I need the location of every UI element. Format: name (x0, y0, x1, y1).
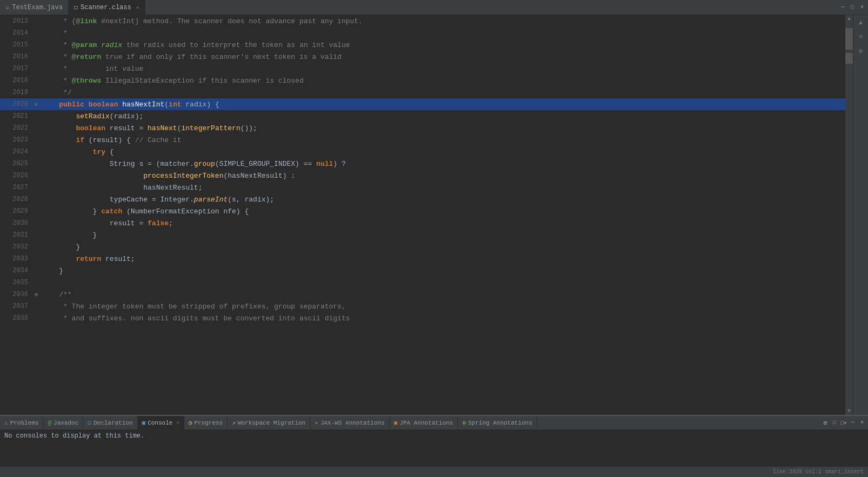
tab-javadoc[interactable]: @ Javadoc (43, 416, 83, 429)
pin-console-button[interactable]: □ (831, 419, 838, 427)
tab-scanner-close[interactable]: ✕ (136, 4, 139, 11)
tab-console[interactable]: ▣ Console ✕ (138, 416, 184, 429)
table-row: 2021 setRadix(radix); (0, 110, 845, 122)
code-token: * The integer token must be stripped of … (42, 303, 346, 311)
code-line: if (result) { // Cache it (40, 134, 845, 146)
sidebar-overview-icon[interactable]: ▲ (856, 17, 866, 28)
sidebar-grid-icon[interactable]: ⊞ (856, 45, 866, 56)
line-marker (32, 253, 40, 265)
sidebar-outline-icon[interactable]: ≡ (856, 31, 866, 42)
tab-scanner[interactable]: ◻ Scanner.class ✕ (69, 0, 145, 15)
table-row: 2019 */ (0, 86, 845, 98)
code-token: ; (169, 219, 173, 227)
code-line: public boolean hasNextInt(int radix) { (40, 98, 845, 110)
line-marker (32, 134, 40, 146)
scroll-track[interactable] (845, 23, 853, 407)
line-marker (32, 39, 40, 51)
code-token (84, 100, 89, 109)
code-token: #nextInt} method. The scanner does not a… (97, 17, 362, 25)
scroll-up-button[interactable]: ▲ (845, 15, 853, 23)
code-token: * (42, 77, 72, 85)
tab-problems[interactable]: ⚠ Problems (0, 416, 43, 429)
scroll-thumb[interactable] (845, 28, 853, 50)
tab-spring[interactable]: ⚙ Spring Annotations (458, 416, 537, 429)
table-row: 2033 return result; (0, 253, 845, 265)
tab-console-label: Console (148, 420, 172, 426)
table-row: 2024 try { (0, 146, 845, 158)
bottom-panel: ⚠ Problems @ Javadoc ◻ Declaration ▣ Con… (0, 415, 868, 477)
console-message: No consoles to display at this time. (4, 432, 144, 440)
tab-testexam[interactable]: ☕ TestExam.java (0, 0, 69, 15)
code-token: (NumberFormatException nfe) { (122, 207, 249, 216)
code-token: } (42, 231, 97, 239)
line-number: 2032 (0, 241, 32, 253)
code-token: try (93, 148, 105, 156)
window-controls: ─ □ × (839, 4, 868, 11)
code-token: * and suffixes. non ascii digits must be… (42, 314, 350, 323)
code-line: typeCache = Integer.parseInt(s, radix); (40, 193, 845, 205)
line-marker (32, 86, 40, 98)
line-number: 2038 (0, 312, 32, 324)
vertical-scrollbar[interactable]: ▲ ▼ (845, 15, 853, 415)
code-token: */ (42, 89, 72, 97)
table-row: 2028 typeCache = Integer.parseInt(s, rad… (0, 193, 845, 205)
code-token: radix (97, 41, 122, 49)
line-number: 2015 (0, 39, 32, 51)
line-number: 2019 (0, 86, 32, 98)
line-number: 2016 (0, 51, 32, 63)
tab-progress[interactable]: ◷ Progress (184, 416, 228, 429)
line-number: 2021 (0, 110, 32, 122)
line-number: 2035 (0, 277, 32, 288)
tab-testexam-label: TestExam.java (12, 4, 63, 11)
code-token: int (169, 100, 181, 109)
code-token: boolean (89, 100, 118, 109)
table-row: 2027 hasNextResult; (0, 182, 845, 193)
progress-icon: ◷ (189, 419, 192, 426)
tab-jax[interactable]: ✦ JAX-WS Annotations (310, 416, 389, 429)
code-line: result = false; (40, 217, 845, 229)
scroll-down-button[interactable]: ▼ (845, 407, 853, 415)
view-menu-button[interactable]: □▾ (840, 419, 847, 427)
line-number: 2031 (0, 229, 32, 241)
close-panel-button[interactable]: × (858, 419, 866, 427)
code-token: ( (164, 100, 169, 109)
code-token: * int value (42, 65, 143, 73)
tab-javadoc-label: Javadoc (54, 420, 78, 426)
code-token: hasNextResult; (42, 184, 202, 192)
minimize-panel-button[interactable]: ─ (849, 419, 857, 427)
minimize-button[interactable]: ─ (839, 4, 846, 11)
line-number: 2029 (0, 205, 32, 217)
minimap-thumb (845, 53, 853, 64)
code-line: String s = (matcher.group(SIMPLE_GROUP_I… (40, 158, 845, 170)
line-number: 2014 (0, 27, 32, 39)
line-marker (32, 146, 40, 158)
tab-problems-label: Problems (10, 420, 39, 426)
code-token: radix) { (182, 100, 219, 109)
code-token (42, 291, 59, 299)
maximize-button[interactable]: □ (849, 4, 856, 11)
line-marker (32, 312, 40, 324)
code-scroll[interactable]: 2013 * {@link #nextInt} method. The scan… (0, 15, 845, 415)
table-row: 2025 String s = (matcher.group(SIMPLE_GR… (0, 158, 845, 170)
code-line: } (40, 265, 845, 277)
code-token: typeCache = Integer. (42, 196, 194, 204)
code-line: } (40, 229, 845, 241)
bottom-tab-bar: ⚠ Problems @ Javadoc ◻ Declaration ▣ Con… (0, 416, 868, 430)
code-token: parseInt (194, 196, 228, 204)
tab-scanner-label: Scanner.class (81, 4, 131, 11)
new-console-button[interactable]: ⊞ (822, 419, 829, 427)
line-number: 2037 (0, 300, 32, 312)
table-row: 2023 if (result) { // Cache it (0, 134, 845, 146)
code-line: * @throws IllegalStateException if this … (40, 75, 845, 86)
code-line: setRadix(radix); (40, 110, 845, 122)
code-line: * int value (40, 63, 845, 75)
tab-console-close[interactable]: ✕ (176, 420, 179, 426)
tab-jpa[interactable]: ◼ JPA Annotations (390, 416, 458, 429)
tab-declaration[interactable]: ◻ Declaration (83, 416, 137, 429)
code-line: } (40, 241, 845, 253)
tab-workspace[interactable]: ↗ Workspace Migration (228, 416, 310, 429)
table-row: 2017 * int value (0, 63, 845, 75)
close-button[interactable]: × (858, 4, 866, 11)
line-marker (32, 229, 40, 241)
status-bar: line:2020 col:1 smart_insert (0, 466, 868, 477)
